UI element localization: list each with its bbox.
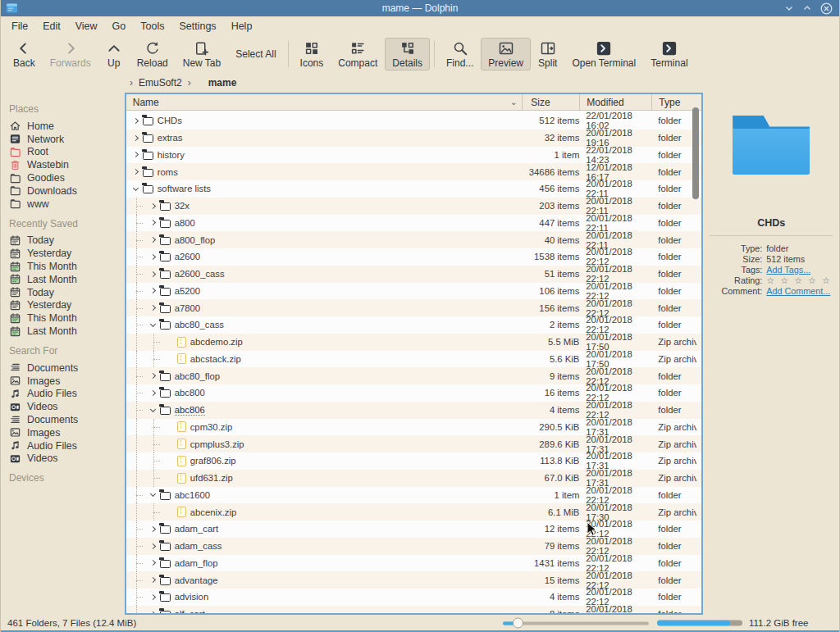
table-row[interactable]: abc8064 items20/01/2018 22:12folder — [126, 402, 702, 419]
file-name[interactable]: a800 — [175, 218, 195, 228]
sidebar-item-www[interactable]: www — [9, 198, 125, 211]
table-row[interactable]: a7800156 items20/01/2018 22:12folder — [126, 299, 702, 316]
table-row[interactable]: history1 item22/01/2018 14:23folder — [126, 147, 702, 164]
file-name[interactable]: abc1600 — [175, 490, 210, 500]
column-header-size[interactable]: Size — [522, 94, 579, 110]
back-button[interactable]: Back — [6, 38, 43, 70]
table-row[interactable]: abc80_flop9 items20/01/2018 22:12folder — [126, 367, 702, 384]
expand-arrow-icon[interactable] — [147, 595, 160, 599]
terminal-button[interactable]: Terminal — [643, 38, 695, 70]
maximize-icon[interactable] — [802, 3, 812, 13]
table-row[interactable]: cpm30.zip290.5 KiB20/01/2018 17:31Zip ar… — [126, 419, 702, 436]
file-name[interactable]: 32x — [175, 201, 189, 211]
table-row[interactable]: abcdemo.zip5.5 MiB20/01/2018 17:50Zip ar… — [126, 334, 702, 351]
table-row[interactable]: graf806.zip113.8 KiB20/01/2018 17:31Zip … — [126, 452, 702, 470]
sidebar-item-videos[interactable]: Videos — [9, 400, 125, 413]
split-button[interactable]: Split — [531, 38, 564, 70]
table-row[interactable]: adam_cass79 items20/01/2018 22:12folder — [126, 538, 702, 555]
table-row[interactable]: a800_flop40 items20/01/2018 22:11folder — [126, 231, 702, 248]
file-name[interactable]: advision — [175, 592, 208, 602]
sidebar-item-network[interactable]: Network — [9, 133, 125, 146]
table-row[interactable]: abcstack.zip5.6 KiB20/01/2018 17:50Zip a… — [126, 351, 702, 368]
menu-settings[interactable]: Settings — [171, 18, 223, 34]
table-row[interactable]: 32x203 items20/01/2018 22:11folder — [126, 198, 702, 215]
sidebar-item-yesterday[interactable]: Yesterday — [9, 247, 125, 260]
file-name[interactable]: ufd631.zip — [190, 473, 233, 483]
file-name[interactable]: abc806 — [175, 405, 205, 416]
column-header-name[interactable]: Name ⌄ — [126, 94, 523, 110]
table-row[interactable]: alf_cart8 items20/01/2018 22:12folder — [126, 606, 702, 615]
table-row[interactable]: abc16001 item20/01/2018 22:12folder — [126, 487, 702, 504]
breadcrumb-item-emusoft2[interactable]: EmuSoft2 — [139, 77, 182, 89]
file-name[interactable]: abc800 — [175, 388, 205, 398]
table-row[interactable]: cpmplus3.zip289.6 KiB20/01/2018 17:31Zip… — [126, 435, 702, 452]
file-name[interactable]: software lists — [158, 184, 211, 193]
new-tab-button[interactable]: New Tab — [176, 38, 228, 70]
file-name[interactable]: CHDs — [158, 116, 182, 125]
minimize-icon[interactable] — [784, 3, 794, 13]
file-name[interactable]: advantage — [175, 575, 218, 585]
sidebar-item-today[interactable]: Today — [9, 286, 125, 299]
file-name[interactable]: cpmplus3.zip — [190, 439, 244, 449]
breadcrumb-item-mame[interactable]: mame — [208, 77, 237, 89]
find-button[interactable]: Find... — [439, 38, 481, 70]
expand-arrow-icon[interactable] — [147, 272, 160, 276]
expand-arrow-icon[interactable] — [147, 238, 160, 242]
field-link[interactable]: Add Tags... — [766, 265, 810, 275]
expand-arrow-icon[interactable] — [147, 561, 160, 565]
expand-arrow-icon[interactable] — [147, 374, 160, 378]
menu-edit[interactable]: Edit — [35, 18, 68, 34]
vertical-scrollbar[interactable] — [692, 107, 699, 199]
table-row[interactable]: a5200106 items20/01/2018 22:12folder — [126, 283, 702, 300]
sidebar-item-this-month[interactable]: This Month — [9, 260, 125, 273]
forwards-button[interactable]: Forwards — [43, 38, 98, 70]
titlebar[interactable]: mame — Dolphin — [1, 0, 839, 16]
sidebar-item-downloads[interactable]: Downloads — [9, 184, 125, 198]
sidebar-item-last-month[interactable]: Last Month — [9, 325, 125, 338]
preview-button[interactable]: Preview — [481, 38, 531, 70]
file-name[interactable]: a800_flop — [175, 235, 216, 245]
file-name[interactable]: abcenix.zip — [190, 507, 237, 517]
zoom-slider[interactable] — [503, 617, 649, 628]
file-name[interactable]: a2600 — [175, 252, 200, 261]
file-name[interactable]: cpm30.zip — [190, 422, 233, 432]
table-row[interactable]: a800447 items20/01/2018 22:11folder — [126, 215, 702, 232]
sidebar-item-last-month[interactable]: Last Month — [9, 273, 125, 286]
rating-stars[interactable]: ☆ ☆ ☆ ☆ ☆ — [766, 275, 832, 286]
file-name[interactable]: a7800 — [175, 303, 200, 313]
expand-arrow-icon[interactable] — [147, 255, 160, 259]
details-button[interactable]: Details — [385, 38, 430, 70]
file-name[interactable]: history — [158, 150, 185, 160]
expand-arrow-icon[interactable] — [130, 170, 143, 174]
sidebar-item-audio-files[interactable]: Audio Files — [9, 388, 125, 401]
icons-button[interactable]: Icons — [293, 38, 331, 70]
expand-arrow-icon[interactable] — [147, 544, 160, 548]
file-name[interactable]: abcstack.zip — [190, 354, 241, 364]
expand-arrow-icon[interactable] — [147, 204, 160, 208]
table-row[interactable]: software lists456 items20/01/2018 22:11f… — [126, 180, 702, 198]
table-row[interactable]: abc80016 items20/01/2018 22:12folder — [126, 384, 702, 402]
file-name[interactable]: adam_cass — [175, 541, 222, 551]
file-name[interactable]: a2600_cass — [175, 269, 225, 279]
reload-button[interactable]: Reload — [130, 38, 176, 70]
table-row[interactable]: a26001538 items20/01/2018 22:12folder — [126, 248, 702, 266]
file-name[interactable]: roms — [158, 167, 178, 177]
table-row[interactable]: ufd631.zip67.0 KiB20/01/2018 17:31Zip ar… — [126, 470, 702, 487]
expand-arrow-icon[interactable] — [147, 289, 160, 293]
zoom-slider-handle[interactable] — [513, 617, 523, 628]
file-name[interactable]: adam_flop — [175, 558, 218, 568]
sidebar-item-documents[interactable]: Documents — [9, 361, 125, 375]
sidebar-item-home[interactable]: Home — [9, 120, 125, 133]
collapse-arrow-icon[interactable] — [147, 324, 160, 326]
file-name[interactable]: abc80_flop — [175, 371, 220, 381]
sidebar-item-images[interactable]: Images — [9, 426, 125, 439]
select-all-button[interactable]: Select All — [228, 38, 283, 70]
expand-arrow-icon[interactable] — [130, 152, 143, 157]
table-row[interactable]: advantage15 items20/01/2018 22:12folder — [126, 571, 702, 589]
file-name[interactable]: a5200 — [175, 286, 200, 296]
table-row[interactable]: CHDs512 items22/01/2018 16:02folder — [126, 112, 702, 130]
sidebar-item-today[interactable]: Today — [9, 234, 125, 248]
menu-file[interactable]: File — [4, 18, 35, 34]
menu-go[interactable]: Go — [105, 18, 134, 34]
expand-arrow-icon[interactable] — [147, 578, 160, 582]
